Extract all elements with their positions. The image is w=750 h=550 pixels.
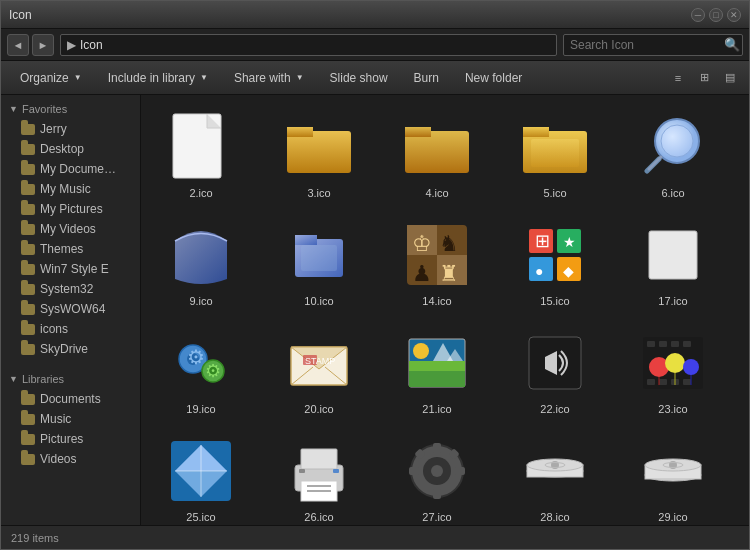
file-label-2ico: 2.ico xyxy=(189,187,212,199)
svg-text:●: ● xyxy=(535,263,543,279)
file-icon-3ico xyxy=(283,111,355,183)
sidebar-item-mydocuments[interactable]: My Docume… xyxy=(1,159,140,179)
svg-point-77 xyxy=(683,359,699,375)
sidebar-item-mypictures[interactable]: My Pictures xyxy=(1,199,140,219)
svg-rect-74 xyxy=(683,379,691,385)
folder-icon xyxy=(21,124,35,135)
folder-icon xyxy=(21,264,35,275)
view-details-button[interactable]: ≡ xyxy=(667,67,689,89)
file-item-15ico[interactable]: ⊞ ★ ● ◆ 15.ico xyxy=(505,213,605,313)
file-item-6ico[interactable]: 6.ico xyxy=(623,105,723,205)
sidebar-item-label: Pictures xyxy=(40,432,83,446)
svg-rect-6 xyxy=(405,131,469,173)
folder-icon xyxy=(21,324,35,335)
libraries-header[interactable]: ▼ Libraries xyxy=(1,369,140,389)
sidebar-item-themes[interactable]: Themes xyxy=(1,239,140,259)
main-window: Icon ─ □ ✕ ◄ ► ▶ Icon 🔍 Organize ▼ Inclu… xyxy=(0,0,750,550)
file-item-10ico[interactable]: 10.ico xyxy=(269,213,369,313)
sidebar-item-music[interactable]: Music xyxy=(1,409,140,429)
file-icon-15ico: ⊞ ★ ● ◆ xyxy=(519,219,591,291)
file-item-28ico[interactable]: 28.ico xyxy=(505,429,605,525)
file-icon-25ico xyxy=(165,435,237,507)
svg-rect-71 xyxy=(647,379,655,385)
address-path[interactable]: ▶ Icon xyxy=(60,34,557,56)
minimize-button[interactable]: ─ xyxy=(691,8,705,22)
title-bar-controls: ─ □ ✕ xyxy=(691,8,741,22)
file-item-18ico[interactable]: 18.ico xyxy=(741,213,749,313)
forward-button[interactable]: ► xyxy=(32,34,54,56)
file-icon-26ico xyxy=(283,435,355,507)
new-folder-button[interactable]: New folder xyxy=(454,65,533,91)
sidebar-item-icons[interactable]: icons xyxy=(1,319,140,339)
new-folder-label: New folder xyxy=(465,71,522,85)
file-item-25ico[interactable]: 25.ico xyxy=(151,429,251,525)
path-text: Icon xyxy=(80,38,103,52)
sidebar-item-label: System32 xyxy=(40,282,93,296)
search-input[interactable] xyxy=(570,38,720,52)
file-item-24ico[interactable]: ⚙ 24.ico xyxy=(741,321,749,421)
slide-show-button[interactable]: Slide show xyxy=(319,65,399,91)
file-item-9ico[interactable]: 9.ico xyxy=(151,213,251,313)
file-label-21ico: 21.ico xyxy=(422,403,451,415)
file-item-5ico[interactable]: 5.ico xyxy=(505,105,605,205)
file-item-20ico[interactable]: STAMP 20.ico xyxy=(269,321,369,421)
svg-rect-100 xyxy=(433,443,441,453)
search-box[interactable]: 🔍 xyxy=(563,34,743,56)
sidebar-item-myvideos[interactable]: My Videos xyxy=(1,219,140,239)
file-item-27ico[interactable]: 27.ico xyxy=(387,429,487,525)
sidebar-item-label: My Pictures xyxy=(40,202,103,216)
organize-dropdown-arrow: ▼ xyxy=(74,73,82,82)
burn-button[interactable]: Burn xyxy=(403,65,450,91)
toolbar-view-controls: ≡ ⊞ ▤ xyxy=(667,67,741,89)
sidebar-item-system32[interactable]: System32 xyxy=(1,279,140,299)
organize-button[interactable]: Organize ▼ xyxy=(9,65,93,91)
file-item-3ico[interactable]: 3.ico xyxy=(269,105,369,205)
file-item-30ico[interactable]: 30.ico xyxy=(741,429,749,525)
file-item-8ico[interactable]: 🔍 8.ico xyxy=(741,105,749,205)
file-label-19ico: 19.ico xyxy=(186,403,215,415)
file-item-22ico[interactable]: 22.ico xyxy=(505,321,605,421)
file-icon-23ico xyxy=(637,327,709,399)
sidebar-item-desktop[interactable]: Desktop xyxy=(1,139,140,159)
maximize-button[interactable]: □ xyxy=(709,8,723,22)
file-item-19ico[interactable]: ⚙ ⚙ 19.ico xyxy=(151,321,251,421)
view-list-button[interactable]: ▤ xyxy=(719,67,741,89)
file-label-26ico: 26.ico xyxy=(304,511,333,523)
svg-rect-91 xyxy=(301,449,337,469)
svg-point-12 xyxy=(661,125,693,157)
share-with-button[interactable]: Share with ▼ xyxy=(223,65,315,91)
view-grid-button[interactable]: ⊞ xyxy=(693,67,715,89)
file-item-29ico[interactable]: 29.ico xyxy=(623,429,723,525)
sidebar-item-documents[interactable]: Documents xyxy=(1,389,140,409)
sidebar: ▼ Favorites Jerry Desktop My Docume… xyxy=(1,95,141,525)
sidebar-item-mymusic[interactable]: My Music xyxy=(1,179,140,199)
file-item-21ico[interactable]: 21.ico xyxy=(387,321,487,421)
sidebar-item-skydrive[interactable]: SkyDrive xyxy=(1,339,140,359)
file-item-2ico[interactable]: 2.ico xyxy=(151,105,251,205)
svg-rect-37 xyxy=(649,231,697,279)
sidebar-item-pictures[interactable]: Pictures xyxy=(1,429,140,449)
file-item-17ico[interactable]: 17.ico xyxy=(623,213,723,313)
back-button[interactable]: ◄ xyxy=(7,34,29,56)
favorites-header[interactable]: ▼ Favorites xyxy=(1,99,140,119)
sidebar-item-label: Documents xyxy=(40,392,101,406)
file-icon-4ico xyxy=(401,111,473,183)
sidebar-item-label: Jerry xyxy=(40,122,67,136)
file-label-23ico: 23.ico xyxy=(658,403,687,415)
file-item-23ico[interactable]: 23.ico xyxy=(623,321,723,421)
folder-icon xyxy=(21,284,35,295)
file-item-14ico[interactable]: ♔ ♞ ♟ ♜ 14.ico xyxy=(387,213,487,313)
sidebar-item-jerry[interactable]: Jerry xyxy=(1,119,140,139)
svg-rect-65 xyxy=(545,357,553,369)
include-library-button[interactable]: Include in library ▼ xyxy=(97,65,219,91)
slide-show-label: Slide show xyxy=(330,71,388,85)
sidebar-item-syswow64[interactable]: SysWOW64 xyxy=(1,299,140,319)
folder-icon xyxy=(21,244,35,255)
svg-rect-10 xyxy=(531,139,579,167)
burn-label: Burn xyxy=(414,71,439,85)
file-item-4ico[interactable]: 4.ico xyxy=(387,105,487,205)
sidebar-item-videos[interactable]: Videos xyxy=(1,449,140,469)
close-button[interactable]: ✕ xyxy=(727,8,741,22)
sidebar-item-win7[interactable]: Win7 Style E xyxy=(1,259,140,279)
file-item-26ico[interactable]: 26.ico xyxy=(269,429,369,525)
